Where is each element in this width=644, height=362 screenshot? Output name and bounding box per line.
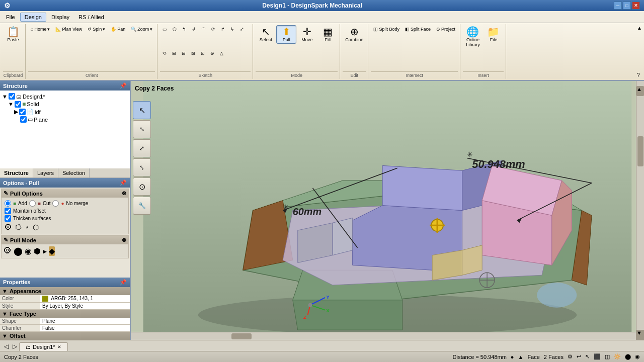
scroll-thumb-v[interactable]	[637, 136, 643, 166]
menu-design[interactable]: Design	[20, 13, 46, 22]
tab-structure[interactable]: Structure	[0, 168, 33, 177]
status-icon-7[interactable]: ⬤	[625, 353, 631, 360]
vp-tool-button[interactable]: 🔧	[133, 197, 151, 215]
close-button[interactable]: ✕	[632, 2, 640, 10]
split-body-button[interactable]: ◫ Split Body	[371, 25, 402, 33]
combine-button[interactable]: ⊕ Combine	[343, 25, 366, 44]
tab-nav-right[interactable]: ▷	[11, 342, 19, 351]
properties-pin[interactable]: 📌	[120, 279, 127, 286]
pull-mode-collapse[interactable]: ⊗	[122, 237, 126, 243]
vertical-scrollbar[interactable]: ▲ ▼	[636, 81, 644, 340]
pull-mode-icon-active[interactable]: ◆	[49, 246, 55, 256]
design1-tab[interactable]: 🗂 Design1* ✕	[19, 342, 68, 351]
svg-point-25	[308, 303, 312, 307]
horizontal-scrollbar[interactable]	[131, 332, 636, 340]
thicken-surfaces-checkbox[interactable]	[5, 215, 11, 222]
sketch-btn-6[interactable]: ⟳	[209, 25, 218, 33]
project-button[interactable]: ⊙ Project	[434, 25, 458, 33]
sketch-btn-16[interactable]: △	[217, 49, 226, 57]
tree-item-design1[interactable]: ▼ 🗂 Design1*	[2, 93, 128, 100]
pan-button[interactable]: ✋ Pan	[108, 25, 128, 33]
sketch-btn-14[interactable]: ⊡	[198, 49, 207, 57]
tab-selection[interactable]: Selection	[58, 168, 90, 177]
status-icon-6[interactable]: 🔆	[614, 353, 621, 360]
sketch-btn-12[interactable]: ⊟	[179, 49, 188, 57]
pull-options-collapse[interactable]: ⊗	[122, 190, 126, 197]
pull-mode-icon-3[interactable]: ◉	[25, 246, 32, 256]
status-icon-8[interactable]: ◉	[635, 353, 640, 360]
maintain-offset-checkbox[interactable]	[5, 208, 11, 214]
pull-button[interactable]: ⬆ Pull	[276, 25, 296, 44]
select-button[interactable]: ↖ Select	[256, 25, 276, 44]
sketch-btn-3[interactable]: ↰	[180, 25, 189, 33]
tree-item-plane[interactable]: ▭ Plane	[20, 116, 128, 123]
vp-target-button[interactable]: ⊙	[133, 177, 151, 196]
scroll-down-btn[interactable]: ▼	[636, 330, 644, 340]
status-icon-2[interactable]: ↩	[577, 353, 581, 360]
tab-layers[interactable]: Layers	[33, 168, 58, 177]
sketch-btn-1[interactable]: ▭	[160, 25, 170, 33]
sketch-btn-9[interactable]: ⤢	[237, 25, 247, 33]
tab-close-btn[interactable]: ✕	[57, 344, 61, 349]
split-face-button[interactable]: ◧ Split Face	[403, 25, 433, 33]
sketch-btn-7[interactable]: ↱	[218, 25, 227, 33]
pull-mode-icon-5[interactable]: ▸	[43, 246, 47, 256]
tree-item-idf[interactable]: ▶ 📄 idf	[14, 108, 128, 116]
sketch-btn-5[interactable]: ⌒	[199, 25, 208, 35]
pull-mode-header[interactable]: ✎ Pull Mode ⊗	[2, 236, 128, 244]
cut-radio[interactable]	[29, 200, 36, 207]
scroll-thumb-h[interactable]	[231, 333, 252, 339]
sketch-btn-10[interactable]: ⟲	[160, 49, 169, 57]
sketch-btn-11[interactable]: ⊞	[170, 49, 179, 57]
plan-view-button[interactable]: 📐 Plan View	[53, 25, 85, 33]
online-library-button[interactable]: 🌐 OnlineLibrary	[463, 25, 483, 49]
no-merge-radio[interactable]	[52, 200, 59, 207]
sketch-btn-15[interactable]: ⊛	[208, 49, 217, 57]
paste-button[interactable]: 📋 Paste	[3, 25, 23, 44]
ribbon-help-btn[interactable]: ?	[637, 72, 642, 78]
tab-nav-left[interactable]: ◁	[2, 342, 11, 351]
sketch-btn-8[interactable]: ↳	[228, 25, 237, 33]
face-type-section-header[interactable]: ▼ Face Type	[0, 310, 130, 318]
vp-select-button[interactable]: ↖	[133, 101, 151, 119]
tree-item-solid[interactable]: ▼ ■ Solid	[8, 100, 128, 108]
title-bar: ⚙ Design1 - DesignSpark Mechanical ─ □ ✕	[0, 0, 644, 11]
vp-button-3[interactable]: ⤢	[133, 139, 151, 157]
spin-button[interactable]: ↺ Spin ▾	[85, 25, 108, 33]
sketch-btn-4[interactable]: ↲	[189, 25, 198, 33]
pull-mode-icon-4[interactable]: ⬢	[34, 246, 41, 256]
pull-mode-icon-2[interactable]: ⬤	[14, 246, 23, 256]
vp-button-4[interactable]: ⤣	[133, 158, 151, 176]
menu-file[interactable]: File	[2, 13, 19, 21]
fill-button[interactable]: ▦ Fill	[317, 25, 338, 44]
vp-button-2[interactable]: ⤡	[133, 120, 151, 138]
appearance-section-header[interactable]: ▼ Appearance	[0, 287, 130, 295]
menu-rs-allied[interactable]: RS / Allied	[74, 13, 108, 21]
viewport[interactable]: Copy 2 Faces	[131, 81, 644, 340]
add-radio[interactable]	[5, 200, 11, 207]
ribbon-collapse-btn[interactable]: ▲	[637, 25, 642, 31]
status-icon-3[interactable]: ↖	[585, 353, 590, 360]
sketch-btn-13[interactable]: ⊠	[189, 49, 198, 57]
scroll-up-btn[interactable]: ▲	[636, 86, 644, 96]
status-icon-5[interactable]: ◫	[605, 353, 610, 360]
file-button[interactable]: 📁 File	[484, 25, 504, 44]
intersect-label: Intersect	[371, 71, 458, 78]
move-button[interactable]: ✛ Move	[297, 25, 317, 44]
menu-display[interactable]: Display	[47, 13, 73, 21]
maximize-button[interactable]: □	[623, 2, 631, 10]
properties-title: Properties	[3, 279, 30, 285]
pull-mode-icon-1[interactable]: ⭗	[4, 246, 12, 256]
structure-pin-icon[interactable]: 📌	[120, 82, 127, 89]
offset-section-header[interactable]: ▼ Offset	[0, 332, 130, 340]
pull-options-header[interactable]: ✎ Pull Options ⊗	[2, 189, 128, 198]
sketch-btn-2[interactable]: ⬡	[170, 25, 179, 33]
status-icon-1[interactable]: ⚙	[568, 353, 573, 360]
home-button[interactable]: ⌂ Home ▾	[28, 25, 52, 33]
selection-count: 2 Faces	[544, 354, 564, 360]
structure-tree[interactable]: ▼ 🗂 Design1* ▼ ■ Solid ▶ 📄 idf ▭ Plane	[0, 90, 130, 168]
options-pin[interactable]: 📌	[120, 179, 127, 186]
status-icon-4[interactable]: ⬛	[594, 353, 601, 360]
minimize-button[interactable]: ─	[614, 2, 622, 10]
zoom-button[interactable]: 🔍 Zoom ▾	[128, 25, 155, 33]
